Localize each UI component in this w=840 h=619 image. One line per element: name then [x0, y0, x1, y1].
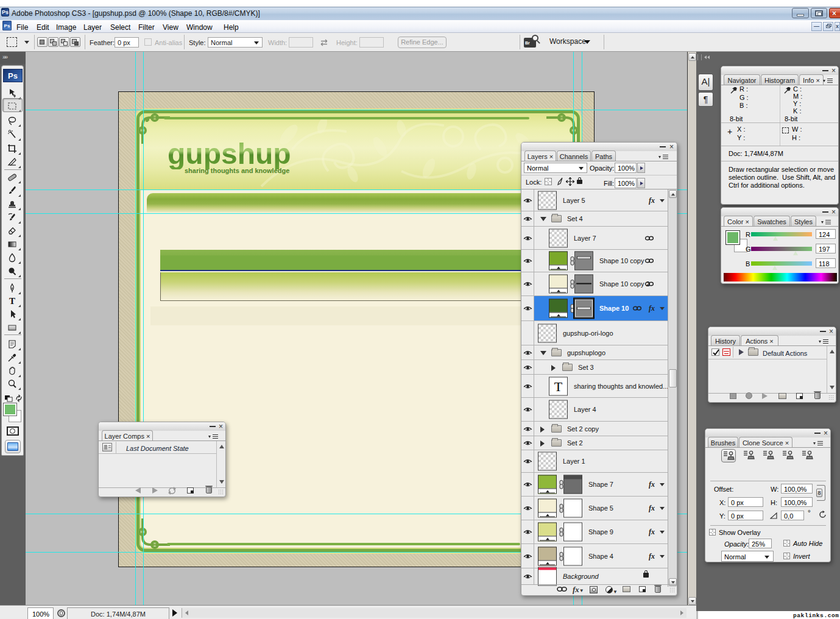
- svg-text:T: T: [9, 296, 15, 306]
